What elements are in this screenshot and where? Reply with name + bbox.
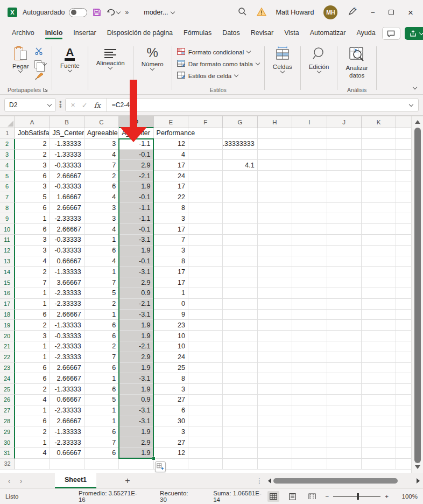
cell-I16[interactable] [292, 288, 327, 299]
cell-D1[interactable]: A_Center [119, 128, 153, 139]
row-header-21[interactable]: 21 [0, 341, 15, 352]
cell-C23[interactable]: 6 [84, 363, 119, 374]
column-header-J[interactable]: J [327, 116, 362, 128]
cell-C29[interactable]: 6 [84, 426, 119, 437]
cell-E7[interactable]: 22 [154, 192, 188, 203]
cell-D27[interactable]: -3.1 [119, 405, 153, 416]
styles-button-estilos-de-celda[interactable]: Estilos de celda [177, 72, 259, 80]
row-header-24[interactable]: 24 [0, 373, 15, 384]
cell-I19[interactable] [292, 320, 327, 331]
cell-D17[interactable]: -2.1 [119, 299, 153, 310]
row-header-19[interactable]: 19 [0, 320, 15, 331]
cell-J29[interactable] [327, 426, 362, 437]
cell-E12[interactable]: 3 [154, 246, 188, 256]
cell-E19[interactable]: 23 [154, 320, 188, 331]
cell-E4[interactable]: 17 [154, 160, 188, 171]
cell-H3[interactable] [258, 150, 292, 160]
cell-E25[interactable]: 3 [154, 384, 188, 395]
row-header-27[interactable]: 27 [0, 405, 15, 416]
cell-C32[interactable] [84, 459, 119, 470]
cell-K29[interactable] [362, 426, 396, 437]
cell-E11[interactable]: 7 [154, 235, 188, 246]
cell-H8[interactable] [258, 203, 292, 214]
cell-A4[interactable]: 3 [15, 160, 50, 171]
cell-D22[interactable]: 2.9 [119, 352, 153, 363]
cell-J27[interactable] [327, 405, 362, 416]
cell-I13[interactable] [292, 256, 327, 267]
cell-C3[interactable]: 4 [84, 150, 119, 160]
cell-G29[interactable] [223, 426, 257, 437]
cell-A5[interactable]: 6 [15, 171, 50, 181]
cell-D25[interactable]: 1.9 [119, 384, 153, 395]
cell-H16[interactable] [258, 288, 292, 299]
cell-D20[interactable]: 1.9 [119, 331, 153, 341]
cell-H26[interactable] [258, 395, 292, 405]
maximize-button[interactable] [389, 10, 394, 15]
cell-F5[interactable] [188, 171, 223, 181]
cell-D23[interactable]: 1.9 [119, 363, 153, 374]
zoom-slider-handle[interactable] [357, 493, 359, 500]
cell-C27[interactable]: 1 [84, 405, 119, 416]
column-header-H[interactable]: H [258, 116, 292, 128]
cell-E9[interactable]: 3 [154, 213, 188, 224]
styles-button-formato-condicional[interactable]: Formato condicional [177, 48, 259, 56]
share-button[interactable] [405, 27, 423, 40]
cell-F3[interactable] [188, 150, 223, 160]
format-painter-button[interactable] [34, 72, 46, 82]
cell-H19[interactable] [258, 320, 292, 331]
cell-B29[interactable]: -1.33333 [50, 426, 84, 437]
cell-B20[interactable]: -0.33333 [50, 331, 84, 341]
cell-A18[interactable]: 6 [15, 310, 50, 320]
cell-I2[interactable] [292, 139, 327, 150]
cell-I6[interactable] [292, 181, 327, 192]
cell-A2[interactable]: 2 [15, 139, 50, 150]
cell-B26[interactable]: 0.66667 [50, 395, 84, 405]
formula-input[interactable]: =C2-4.1 [107, 101, 410, 109]
cell-J25[interactable] [327, 384, 362, 395]
cell-E28[interactable]: 30 [154, 416, 188, 427]
cell-H5[interactable] [258, 171, 292, 181]
cell-G9[interactable] [223, 213, 257, 224]
cell-K28[interactable] [362, 416, 396, 427]
cell-I12[interactable] [292, 246, 327, 256]
column-header-C[interactable]: C [84, 116, 119, 128]
cell-J6[interactable] [327, 181, 362, 192]
cell-C10[interactable]: 4 [84, 224, 119, 235]
row-header-9[interactable]: 9 [0, 213, 15, 224]
cell-H32[interactable] [258, 459, 292, 470]
cell-I22[interactable] [292, 352, 327, 363]
cell-C31[interactable]: 6 [84, 448, 119, 459]
ribbon-tab-disposición-de-página[interactable]: Disposición de página [102, 26, 178, 40]
cell-K6[interactable] [362, 181, 396, 192]
cell-J11[interactable] [327, 235, 362, 246]
cell-K15[interactable] [362, 277, 396, 288]
page-layout-view-button[interactable] [287, 491, 299, 502]
cell-E31[interactable]: 12 [154, 448, 188, 459]
cell-J9[interactable] [327, 213, 362, 224]
row-header-16[interactable]: 16 [0, 288, 15, 299]
cell-B12[interactable]: -0.33333 [50, 246, 84, 256]
row-header-2[interactable]: 2 [0, 139, 15, 150]
cell-F15[interactable] [188, 277, 223, 288]
cell-B6[interactable]: -0.33333 [50, 181, 84, 192]
cell-G4[interactable]: 4.1 [223, 160, 257, 171]
cell-B32[interactable] [50, 459, 84, 470]
ribbon-tab-inicio[interactable]: Inicio [40, 26, 68, 40]
cell-D19[interactable]: 1.9 [119, 320, 153, 331]
cell-A3[interactable]: 2 [15, 150, 50, 160]
cell-C12[interactable]: 6 [84, 246, 119, 256]
expand-formula-bar-icon[interactable] [409, 102, 413, 106]
cell-J22[interactable] [327, 352, 362, 363]
cell-I4[interactable] [292, 160, 327, 171]
cell-G12[interactable] [223, 246, 257, 256]
cell-G16[interactable] [223, 288, 257, 299]
cell-E20[interactable]: 10 [154, 331, 188, 341]
cell-A31[interactable]: 4 [15, 448, 50, 459]
cell-A6[interactable]: 3 [15, 181, 50, 192]
cell-A27[interactable]: 1 [15, 405, 50, 416]
cell-H17[interactable] [258, 299, 292, 310]
cell-B22[interactable]: -2.33333 [50, 352, 84, 363]
cell-B2[interactable]: -1.33333 [50, 139, 84, 150]
cell-E24[interactable]: 8 [154, 373, 188, 384]
scroll-up-icon[interactable] [415, 120, 420, 124]
